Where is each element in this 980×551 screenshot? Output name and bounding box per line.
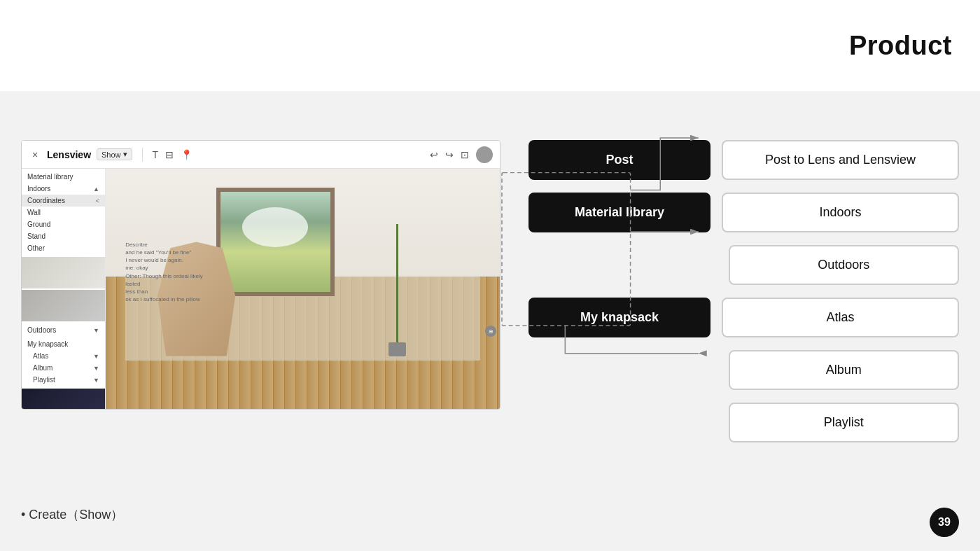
sidebar-item-wall[interactable]: Wall	[22, 207, 105, 218]
close-icon[interactable]: ×	[29, 148, 41, 161]
save-icon[interactable]: ⊡	[461, 149, 469, 160]
sidebar-item-stand[interactable]: Stand	[22, 230, 105, 242]
app-sidebar: Material library Indoors ▲ Coordinates <…	[22, 169, 106, 409]
plant-stem	[396, 224, 398, 342]
main-content: × Lensview Show ▾ T ⊟ 📍 ↩ ↪ ⊡ Mat	[0, 91, 980, 551]
page-title: Product	[849, 31, 952, 61]
material-library-button[interactable]: Material library	[528, 193, 710, 232]
toolbar-divider	[142, 148, 143, 162]
expand-icon[interactable]: ⊕	[485, 326, 496, 337]
right-section: Post Post to Lens and Lensview Material …	[500, 126, 959, 455]
copy-tool-icon[interactable]: ⊟	[165, 149, 174, 160]
toolbar-tools: T ⊟ 📍	[153, 149, 193, 160]
undo-icon[interactable]: ↩	[430, 149, 438, 160]
chevron-down-icon-atlas: ▼	[93, 353, 99, 360]
header: Product	[0, 0, 980, 91]
post-to-lens-button[interactable]: Post to Lens and Lensview	[722, 140, 959, 180]
knapsack-header: My knapsack	[22, 336, 105, 350]
sidebar-item-playlist[interactable]: Playlist ▼	[22, 374, 105, 386]
toolbar-right: ↩ ↪ ⊡	[430, 146, 493, 163]
pin-tool-icon[interactable]: 📍	[181, 149, 192, 160]
row-material: Material library Indoors	[528, 193, 959, 232]
avatar	[476, 146, 493, 163]
chevron-left-icon: <	[96, 197, 99, 204]
post-button[interactable]: Post	[528, 140, 710, 180]
thumbnail-1[interactable]	[22, 257, 105, 288]
playlist-button[interactable]: Playlist	[729, 403, 960, 442]
row-knapsack: My knapsack Atlas	[528, 298, 959, 337]
canvas-plant	[374, 224, 421, 356]
redo-icon[interactable]: ↪	[445, 149, 454, 160]
thumbnail-dark[interactable]	[22, 389, 105, 409]
thumbnail-2[interactable]	[22, 290, 105, 321]
sidebar-item-coordinates[interactable]: Coordinates <	[22, 195, 105, 207]
row-album: Album	[528, 350, 959, 390]
text-tool-icon[interactable]: T	[153, 149, 159, 160]
app-toolbar: × Lensview Show ▾ T ⊟ 📍 ↩ ↪ ⊡	[22, 141, 500, 169]
page-number-badge: 39	[930, 508, 959, 537]
row-post: Post Post to Lens and Lensview	[528, 140, 959, 180]
row-playlist: Playlist	[528, 403, 959, 442]
describe-text: Describe and he said "You'll be fine" I …	[125, 241, 209, 304]
outdoors-button[interactable]: Outdoors	[729, 245, 960, 285]
sidebar-item-outdoors[interactable]: Outdoors ▼	[22, 324, 105, 336]
my-knapsack-button[interactable]: My knapsack	[528, 298, 710, 337]
album-button[interactable]: Album	[729, 350, 960, 390]
chevron-down-icon: ▾	[123, 150, 127, 159]
sidebar-item-atlas[interactable]: Atlas ▼	[22, 350, 105, 362]
chevron-down-icon-playlist: ▼	[93, 377, 99, 384]
sidebar-thumbnails	[22, 254, 105, 324]
sidebar-item-ground[interactable]: Ground	[22, 218, 105, 230]
atlas-button[interactable]: Atlas	[722, 298, 959, 337]
chevron-down-icon: ▼	[93, 327, 99, 334]
indoors-button[interactable]: Indoors	[722, 193, 959, 232]
material-library-header: Material library	[22, 169, 105, 183]
sidebar-item-album[interactable]: Album ▼	[22, 362, 105, 374]
chevron-up-icon: ▲	[93, 186, 99, 193]
show-button[interactable]: Show ▾	[97, 148, 132, 160]
room-scene: Describe and he said "You'll be fine" I …	[106, 169, 500, 409]
app-mockup: × Lensview Show ▾ T ⊟ 📍 ↩ ↪ ⊡ Mat	[21, 140, 500, 410]
toolbar-brand: Lensview	[47, 149, 91, 160]
app-canvas: Describe and he said "You'll be fine" I …	[106, 169, 500, 409]
row-outdoors: Outdoors	[528, 245, 959, 285]
plant-pot	[388, 342, 406, 356]
sidebar-item-other[interactable]: Other	[22, 242, 105, 254]
painting-cloud	[242, 207, 308, 247]
sidebar-item-indoors[interactable]: Indoors ▲	[22, 183, 105, 195]
footer-bullet: • Create（Show）	[21, 506, 123, 523]
app-body: Material library Indoors ▲ Coordinates <…	[22, 169, 500, 409]
chevron-down-icon-album: ▼	[93, 365, 99, 372]
